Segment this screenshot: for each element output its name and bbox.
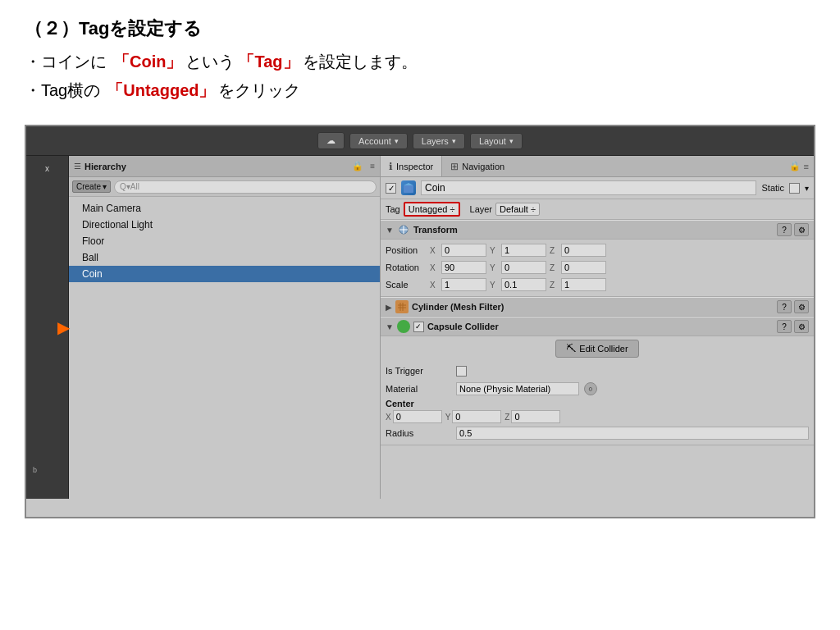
capsule-title: Capsule Collider [427,322,777,331]
is-trigger-checkbox[interactable] [456,366,467,377]
inspector-tab-controls: 🔒 ≡ [784,156,814,176]
tab-navigation[interactable]: ⊞ Navigation [442,156,513,176]
tag-label: Tag [386,204,400,214]
position-z-input[interactable] [561,244,606,257]
instruction-line2: ・Tag横の 「Untagged」 をクリック [25,80,815,102]
center-xyz-row: X Y Z [386,410,809,423]
center-x-input[interactable] [393,410,442,423]
cloud-icon: ☁ [326,135,336,146]
create-button[interactable]: Create ▾ [72,180,111,193]
create-label: Create [76,182,101,191]
position-label: Position [386,245,427,255]
material-input[interactable] [456,382,579,395]
hierarchy-toolbar: Create ▾ Q▾All [69,177,380,197]
tag-dropdown[interactable]: Untagged ÷ [404,202,460,217]
hierarchy-item-floor[interactable]: Floor [69,233,380,249]
is-trigger-row: Is Trigger [386,363,809,379]
transform-settings-button[interactable]: ⚙ [794,223,809,236]
layout-dropdown[interactable]: Layout ▾ [470,133,523,149]
b-label: b [33,466,37,474]
scl-z-label: Z [550,281,558,290]
hierarchy-item-directional-light[interactable]: Directional Light [69,217,380,233]
center-y-input[interactable] [452,410,501,423]
scale-x-input[interactable] [441,278,486,291]
cylinder-icon [395,300,409,313]
transform-icon [397,223,410,236]
scene-arrow-icon: ▶ [57,317,70,337]
rotation-y-input[interactable] [501,261,546,274]
transform-help-button[interactable]: ? [777,223,792,236]
transform-title: Transform [413,225,777,235]
rotation-z-input[interactable] [561,261,606,274]
scale-y-input[interactable] [501,278,546,291]
position-x-input[interactable] [441,244,486,257]
center-z-field: Z [504,410,560,423]
rotation-x-input[interactable] [441,261,486,274]
hierarchy-lock-icon: 🔒 [352,161,363,171]
instruction-line1: ・コインに 「Coin」 という 「Tag」 を設定します。 [25,51,815,73]
tag-dropdown-arrow: ÷ [450,204,454,214]
scale-label: Scale [386,280,427,290]
material-circle-button[interactable]: ○ [584,382,597,395]
x-axis-label: x [45,164,49,173]
menu-icon: ≡ [804,162,809,171]
unity-toolbar: ☁ Account ▾ Layers ▾ Layout ▾ [26,126,814,156]
edit-collider-button[interactable]: ⛏ Edit Collider [555,340,638,358]
hierarchy-item-ball[interactable]: Ball [69,249,380,266]
cylinder-comp-buttons: ? ⚙ [777,300,809,313]
layers-label: Layers [422,136,449,146]
position-y-input[interactable] [501,244,546,257]
lock-icon: 🔒 [789,161,801,171]
static-dropdown-arrow[interactable]: ▾ [805,184,809,193]
hierarchy-menu-icon: ≡ [370,162,375,171]
capsule-collapse-icon: ▼ [386,322,394,331]
hierarchy-panel: ☰ Hierarchy 🔒 ≡ Create ▾ Q▾All Main Came… [69,156,381,499]
svg-marker-1 [404,183,413,185]
hierarchy-list-icon: ☰ [74,162,81,171]
hierarchy-items-list: Main Camera Directional Light Floor Ball… [69,197,380,499]
scale-z-input[interactable] [561,278,606,291]
pos-x-label: X [430,246,438,255]
capsule-component-header[interactable]: ▼ ✓ Capsule Collider ? ⚙ [381,317,814,336]
inspector-scroll-area[interactable]: ✓ Static ▾ Tag [381,177,814,499]
center-y-axis: Y [445,413,451,422]
transform-component-header[interactable]: ▼ Transform ? ⚙ [381,220,814,240]
static-checkbox[interactable] [789,183,800,194]
tab-inspector[interactable]: ℹ Inspector [381,156,442,176]
hierarchy-item-main-camera[interactable]: Main Camera [69,200,380,217]
hierarchy-item-coin[interactable]: Coin [69,266,380,282]
tag-layer-row: Tag Untagged ÷ Layer Default ÷ [381,199,814,220]
inspector-tabs: ℹ Inspector ⊞ Navigation 🔒 ≡ [381,156,814,177]
cylinder-help-button[interactable]: ? [777,300,792,313]
position-row: Position X Y Z [386,242,809,258]
cylinder-component-header[interactable]: ▶ Cylinder (Mesh Filter) ? ⚙ [381,297,814,317]
transform-comp-buttons: ? ⚙ [777,223,809,236]
center-x-field: X [386,410,442,423]
object-active-checkbox[interactable]: ✓ [386,183,396,194]
navigation-tab-icon: ⊞ [450,161,459,172]
object-icon [401,180,416,195]
instruction-title: （２）Tagを設定する [25,16,815,41]
layout-label: Layout [479,136,506,146]
rotation-row: Rotation X Y Z [386,259,809,276]
center-z-input[interactable] [511,410,560,423]
navigation-tab-label: Navigation [462,162,504,171]
object-header: ✓ Static ▾ [381,177,814,199]
center-section: Center X Y Z [386,399,809,423]
layer-dropdown[interactable]: Default ÷ [495,203,540,216]
capsule-active-checkbox[interactable]: ✓ [413,322,424,332]
object-name-input[interactable] [421,180,756,195]
cloud-button[interactable]: ☁ [317,132,345,149]
center-z-axis: Z [504,413,509,422]
scl-x-label: X [430,281,438,290]
capsule-help-button[interactable]: ? [777,320,792,333]
radius-input[interactable] [456,427,809,440]
cylinder-settings-button[interactable]: ⚙ [794,300,809,313]
capsule-settings-button[interactable]: ⚙ [794,320,809,333]
capsule-collider-body: ⛏ Edit Collider Is Trigger Material ○ [381,336,814,445]
account-dropdown[interactable]: Account ▾ [349,133,408,149]
layers-dropdown[interactable]: Layers ▾ [413,133,465,149]
rot-y-label: Y [490,263,498,272]
hierarchy-search[interactable]: Q▾All [114,180,377,194]
coin-tag-red1: 「Coin」 [113,51,182,73]
